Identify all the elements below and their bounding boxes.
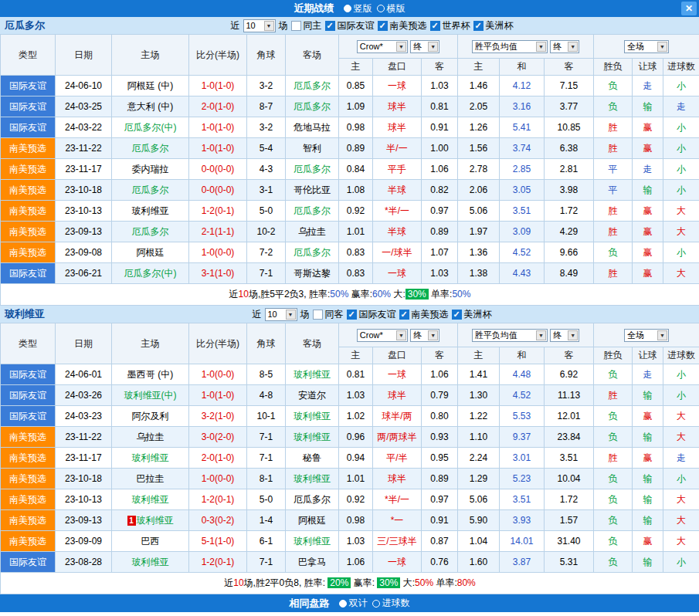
filter-checkbox[interactable]: 世界杯 <box>430 19 470 32</box>
match-score: 1-0(1-0) <box>189 76 247 96</box>
filter-checkbox[interactable]: 美洲杯 <box>473 19 514 32</box>
summary-segment: 10 <box>239 289 249 300</box>
asia-away-odds: 1.03 <box>422 263 458 284</box>
europe-odds-header-cell: 胜平负均值▼ 终▼ <box>458 323 594 347</box>
asia-time-dropdown[interactable]: 终▼ <box>410 40 439 53</box>
match-league: 南美预选 <box>1 138 56 159</box>
checkbox-unchecked-icon <box>291 21 301 31</box>
europe-time-dropdown[interactable]: 终▼ <box>550 329 579 342</box>
games-count-dropdown[interactable]: 10▼ <box>265 308 297 321</box>
filter-checkbox[interactable]: 国际友谊 <box>325 19 375 32</box>
subcol-handicap: 盘口 <box>373 59 422 76</box>
red-card-badge: 1 <box>127 516 136 526</box>
double-count-label[interactable]: 双计 <box>349 597 368 610</box>
portrait-radio[interactable] <box>344 5 351 12</box>
double-count-radio[interactable] <box>339 600 347 608</box>
bookmaker-dropdown[interactable]: Crow*▼ <box>357 40 408 53</box>
goals-result: 小 <box>663 552 699 573</box>
match-score: 1-0(0-0) <box>189 469 247 489</box>
europe-odds-value: 胜平负均值 <box>475 41 517 52</box>
europe-away-odds: 10.04 <box>545 469 594 489</box>
europe-away-odds: 3.98 <box>545 180 594 201</box>
summary-segment: 赢率: <box>351 577 377 588</box>
same-venue-checkbox[interactable]: 同客 <box>313 308 344 321</box>
wdl-result: 胜 <box>594 222 633 242</box>
portrait-radio-label[interactable]: 竖版 <box>354 2 372 15</box>
handicap-result: 走 <box>633 364 663 385</box>
match-date: 23-10-13 <box>56 201 112 222</box>
match-row: 南美预选23-10-18巴拉圭1-0(0-0)8-1玻利维亚1.01球半0.89… <box>1 469 699 489</box>
summary-segment: 场,胜2平0负8, <box>244 577 304 588</box>
asia-time-dropdown[interactable]: 终▼ <box>410 329 439 342</box>
away-team: 智利 <box>286 138 339 159</box>
asia-time-value: 终 <box>413 41 422 52</box>
wdl-result: 胜 <box>594 117 633 138</box>
europe-home-odds: 1.30 <box>458 385 500 406</box>
match-date: 24-03-26 <box>56 385 112 406</box>
europe-odds-dropdown[interactable]: 胜平负均值▼ <box>472 40 548 53</box>
asia-handicap: 球半/两 <box>373 406 422 427</box>
subcol-asia-home: 主 <box>339 59 373 76</box>
chevron-down-icon: ▼ <box>536 42 546 52</box>
home-team: 玻利维亚 <box>112 552 189 573</box>
bookmaker-dropdown[interactable]: Crow*▼ <box>357 329 408 342</box>
chevron-down-icon: ▼ <box>396 42 406 52</box>
landscape-radio[interactable] <box>377 5 385 12</box>
period-dropdown[interactable]: 全场▼ <box>624 329 669 342</box>
asia-handicap: 球半 <box>373 469 422 489</box>
goals-result: 大 <box>663 427 699 448</box>
europe-draw-odds: 4.43 <box>500 263 545 284</box>
filter-checkbox[interactable]: 南美预选 <box>378 19 427 32</box>
match-date: 23-08-28 <box>56 552 112 573</box>
match-date: 23-09-09 <box>56 531 112 552</box>
match-row: 国际友谊24-03-25意大利 (中)2-0(1-0)8-7厄瓜多尔1.09球半… <box>1 96 699 117</box>
filter-checkbox[interactable]: 美洲杯 <box>452 308 492 321</box>
subcol-euro-home: 主 <box>458 347 500 364</box>
europe-home-odds: 5.06 <box>458 201 500 222</box>
match-league: 南美预选 <box>1 201 56 222</box>
checkbox-checked-icon <box>430 21 440 31</box>
europe-odds-value: 胜平负均值 <box>475 330 517 341</box>
summary-segment: 80% <box>457 577 476 588</box>
match-date: 23-11-17 <box>56 448 112 469</box>
asia-handicap: 半球 <box>373 222 422 242</box>
team-name: 厄瓜多尔 <box>5 19 45 32</box>
asia-away-odds: 1.06 <box>422 159 458 180</box>
section-controls: 近 10▼ 场 同主 国际友谊南美预选世界杯美洲杯 <box>45 19 699 32</box>
match-league: 南美预选 <box>1 531 56 552</box>
same-venue-checkbox[interactable]: 同主 <box>291 19 322 32</box>
europe-away-odds: 7.15 <box>545 76 594 96</box>
away-team: 乌拉圭 <box>286 222 339 242</box>
europe-odds-dropdown[interactable]: 胜平负均值▼ <box>472 329 548 342</box>
subcol-euro-away: 客 <box>545 347 594 364</box>
europe-away-odds: 1.72 <box>545 489 594 510</box>
europe-time-dropdown[interactable]: 终▼ <box>550 40 579 53</box>
europe-draw-odds: 2.85 <box>500 159 545 180</box>
summary-segment: 大: <box>400 577 415 588</box>
games-count-dropdown[interactable]: 10▼ <box>243 19 276 32</box>
goal-count-label[interactable]: 进球数 <box>382 597 410 610</box>
goal-count-radio[interactable] <box>372 600 380 608</box>
corner-score: 7-1 <box>247 263 286 284</box>
goals-result: 小 <box>663 138 699 159</box>
asia-away-odds: 0.79 <box>422 385 458 406</box>
goals-result: 小 <box>663 159 699 180</box>
wdl-result: 负 <box>594 364 633 385</box>
close-icon[interactable]: ✕ <box>681 2 697 15</box>
corner-score: 6-1 <box>247 531 286 552</box>
col-header-type: 类型 <box>1 35 56 76</box>
match-date: 24-06-10 <box>56 76 112 96</box>
corner-score: 10-1 <box>247 406 286 427</box>
wdl-result: 胜 <box>594 448 633 469</box>
filter-checkbox[interactable]: 国际友谊 <box>347 308 396 321</box>
period-dropdown[interactable]: 全场▼ <box>624 40 669 53</box>
filter-checkbox[interactable]: 南美预选 <box>399 308 449 321</box>
landscape-radio-label[interactable]: 横版 <box>387 2 405 15</box>
match-score: 1-0(0-0) <box>189 364 247 385</box>
section-controls: 近 10▼ 场 同客 国际友谊南美预选美洲杯 <box>45 308 699 321</box>
team-name-text: 玻利维亚 <box>137 515 174 526</box>
asia-handicap: *半/一 <box>373 201 422 222</box>
europe-draw-odds: 3.09 <box>500 222 545 242</box>
asia-odds-header-cell: Crow*▼ 终▼ <box>339 323 458 347</box>
result-header-cell: 全场▼ <box>594 35 699 59</box>
